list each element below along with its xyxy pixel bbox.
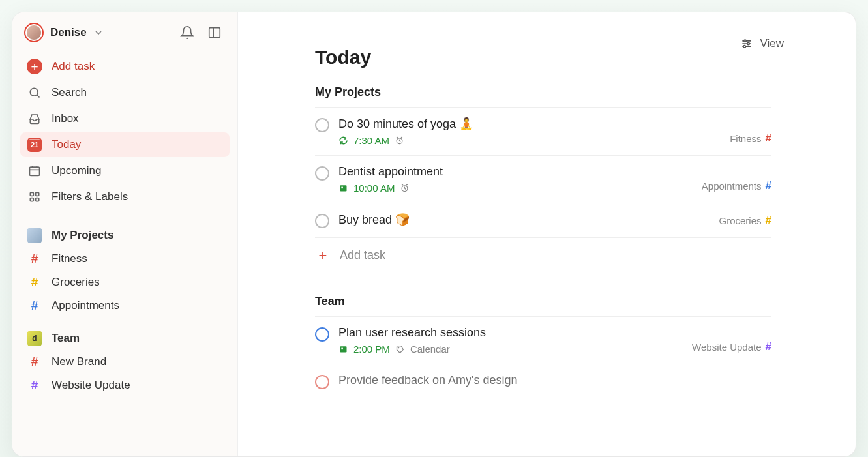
folder-icon: d — [27, 331, 42, 346]
nav-label: Inbox — [52, 112, 79, 125]
task-row[interactable]: Provide feedback on Amy's design — [315, 364, 771, 398]
repeat-icon — [338, 136, 348, 145]
task-row[interactable]: Dentist appointment 10:00 AM Appointment… — [315, 156, 771, 203]
nav-today[interactable]: 21 Today — [20, 132, 230, 157]
task-list: Plan user research sessions 2:00 PM Cale… — [315, 316, 771, 398]
task-body: Dentist appointment 10:00 AM — [338, 165, 693, 194]
task-project-link[interactable]: Appointments # — [702, 179, 771, 194]
project-name: Groceries — [719, 215, 762, 226]
sidebar-project-websiteupdate[interactable]: # Website Update — [20, 374, 230, 397]
hash-icon: # — [27, 252, 42, 266]
section-team[interactable]: d Team — [20, 327, 230, 350]
calendar-icon — [27, 163, 42, 179]
user-name: Denise — [50, 26, 87, 39]
hash-icon: # — [766, 179, 771, 192]
task-title: Buy bread 🍞 — [338, 213, 710, 227]
svg-rect-8 — [30, 192, 33, 196]
svg-line-28 — [402, 184, 404, 185]
svg-point-32 — [398, 347, 399, 348]
sidebar-project-fitness[interactable]: # Fitness — [20, 247, 230, 271]
task-row[interactable]: Buy bread 🍞 Groceries # — [315, 203, 771, 238]
date-icon — [338, 183, 348, 193]
task-title: Plan user research sessions — [338, 326, 683, 340]
svg-rect-31 — [341, 348, 343, 350]
project-label: Groceries — [52, 276, 100, 289]
task-project-link[interactable]: Website Update # — [692, 340, 771, 355]
folder-icon — [27, 228, 42, 243]
svg-line-21 — [397, 137, 398, 138]
avatar — [24, 23, 44, 42]
grid-icon — [27, 189, 42, 205]
nav-filters[interactable]: Filters & Labels — [20, 184, 230, 209]
group-title: My Projects — [315, 85, 771, 99]
hash-icon: # — [766, 214, 771, 227]
user-menu[interactable]: Denise — [24, 23, 104, 42]
hash-icon: # — [27, 355, 42, 369]
task-label: Calendar — [410, 344, 450, 355]
task-row[interactable]: Plan user research sessions 2:00 PM Cale… — [315, 317, 771, 364]
main-content: View Today My Projects Do 30 minutes of … — [238, 12, 856, 456]
task-meta: 2:00 PM Calendar — [338, 344, 683, 355]
project-name: Website Update — [692, 342, 761, 353]
task-checkbox[interactable] — [315, 375, 329, 389]
section-myprojects[interactable]: My Projects — [20, 224, 230, 247]
task-time: 7:30 AM — [353, 135, 389, 146]
view-button[interactable]: View — [740, 37, 784, 50]
sidebar: Denise + Add task Search — [12, 12, 238, 456]
hash-icon: # — [766, 132, 771, 145]
svg-rect-30 — [340, 346, 347, 352]
project-name: Fitness — [730, 133, 761, 144]
hash-icon: # — [27, 275, 42, 289]
task-project-link[interactable]: Groceries # — [719, 214, 772, 228]
nav-search[interactable]: Search — [20, 80, 230, 105]
sidebar-project-newbrand[interactable]: # New Brand — [20, 350, 230, 374]
inbox-icon — [27, 111, 42, 126]
task-checkbox[interactable] — [315, 118, 329, 132]
project-name: Appointments — [702, 181, 762, 192]
task-checkbox[interactable] — [315, 166, 329, 181]
task-title: Do 30 minutes of yoga 🧘 — [338, 117, 721, 131]
svg-rect-0 — [209, 28, 220, 38]
nav-inbox[interactable]: Inbox — [20, 106, 230, 131]
svg-point-17 — [743, 46, 745, 48]
svg-point-15 — [744, 40, 746, 42]
app-window: Denise + Add task Search — [12, 12, 856, 457]
add-task-inline[interactable]: + Add task — [315, 238, 771, 269]
tag-icon — [395, 344, 405, 354]
svg-point-16 — [747, 42, 749, 44]
primary-nav: + Add task Search Inbox 21 Today — [20, 54, 230, 209]
add-task-button[interactable]: + Add task — [20, 54, 230, 79]
date-icon — [338, 344, 348, 354]
header-icons — [177, 23, 224, 42]
task-checkbox[interactable] — [315, 214, 329, 228]
task-row[interactable]: Do 30 minutes of yoga 🧘 7:30 AM Fitness … — [315, 108, 771, 156]
task-checkbox[interactable] — [315, 327, 329, 342]
nav-upcoming[interactable]: Upcoming — [20, 158, 230, 183]
hash-icon: # — [27, 378, 42, 392]
sidebar-toggle-button[interactable] — [205, 23, 224, 42]
task-title: Dentist appointment — [338, 165, 693, 179]
svg-rect-11 — [36, 198, 39, 201]
svg-point-2 — [30, 88, 38, 96]
content: Today My Projects Do 30 minutes of yoga … — [315, 46, 771, 398]
hash-icon: # — [27, 299, 42, 313]
svg-rect-9 — [36, 192, 39, 196]
plus-icon: + — [316, 249, 329, 262]
page-title: Today — [315, 46, 771, 68]
sidebar-project-appointments[interactable]: # Appointments — [20, 294, 230, 317]
panel-icon — [207, 25, 222, 40]
task-list: Do 30 minutes of yoga 🧘 7:30 AM Fitness … — [315, 107, 771, 238]
group-title: Team — [315, 295, 771, 308]
svg-line-27 — [405, 188, 406, 189]
sliders-icon — [740, 37, 753, 50]
notifications-button[interactable] — [177, 23, 197, 42]
section-title: Team — [52, 332, 80, 345]
svg-rect-10 — [30, 198, 33, 201]
svg-line-29 — [406, 184, 408, 185]
sidebar-project-groceries[interactable]: # Groceries — [20, 271, 230, 294]
task-body: Provide feedback on Amy's design — [338, 374, 771, 387]
task-body: Buy bread 🍞 — [338, 213, 710, 227]
task-time: 2:00 PM — [353, 344, 390, 355]
task-project-link[interactable]: Fitness # — [730, 132, 771, 146]
hash-icon: # — [766, 340, 771, 353]
